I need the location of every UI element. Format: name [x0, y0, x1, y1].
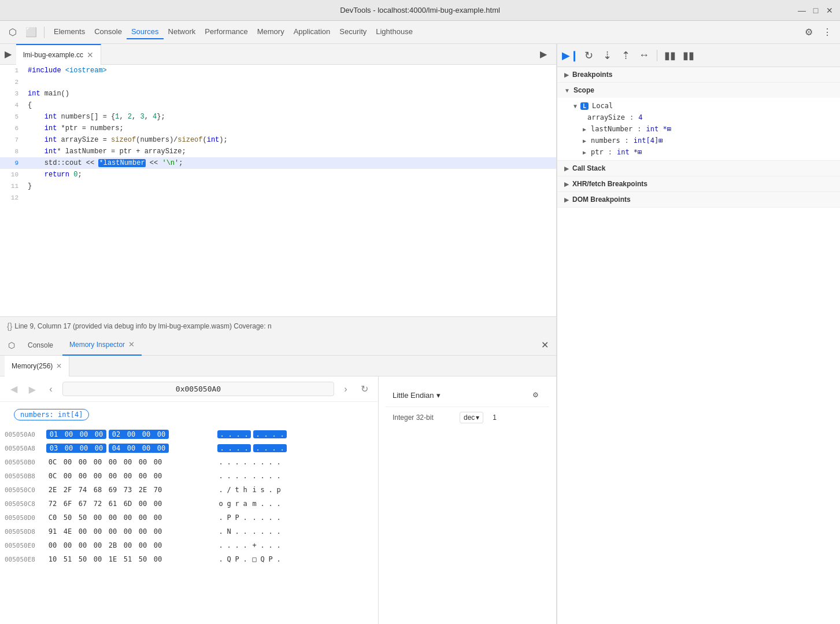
call-stack-header[interactable]: ▶ Call Stack — [557, 161, 840, 176]
memory-char: . — [234, 458, 240, 466]
endian-select[interactable]: Little Endian ▾ — [393, 391, 441, 400]
step-out-button[interactable]: ⇡ — [617, 47, 634, 64]
tab-network[interactable]: Network — [164, 25, 201, 39]
dom-label: DOM Breakpoints — [572, 195, 631, 204]
lastnumber-value: int *⊞ — [646, 125, 671, 133]
memory-256-tab[interactable]: Memory(256) ✕ — [5, 356, 69, 376]
memory-char: . — [242, 458, 249, 466]
memory-char: . — [259, 514, 266, 522]
bottom-panel-toggle-icon[interactable]: ⬡ — [5, 338, 18, 352]
int-format-select[interactable]: dec ▾ — [460, 412, 483, 423]
tab-sources[interactable]: Sources — [127, 25, 164, 39]
memory-char: . — [217, 541, 224, 549]
tab-application[interactable]: Application — [289, 25, 335, 39]
memory-char: . — [251, 458, 258, 466]
memory-tab-close[interactable]: ✕ — [56, 362, 62, 370]
restore-button[interactable]: □ — [811, 6, 820, 15]
memory-char: . — [234, 527, 240, 536]
lastnumber-colon: : — [637, 125, 641, 133]
tab-console[interactable]: Console — [90, 25, 127, 39]
memory-chars: ........ — [217, 472, 282, 480]
console-tab[interactable]: Console — [21, 335, 60, 356]
memory-address: 005050A0 — [5, 431, 46, 438]
chars-group-1: o g r a — [217, 500, 249, 508]
memory-prev-button[interactable]: ‹ — [44, 382, 58, 396]
step-into-button[interactable]: ⇣ — [599, 47, 615, 64]
memory-refresh-button[interactable]: ↻ — [357, 382, 371, 396]
scope-item-numbers[interactable]: ▶ numbers : int[4]⊞ — [557, 135, 840, 146]
more-files-icon[interactable]: ▶ — [535, 46, 552, 62]
memory-next-button[interactable]: › — [339, 382, 353, 396]
scope-item-arraysize[interactable]: arraySize : 4 — [557, 112, 840, 123]
memory-byte: 69 — [106, 485, 119, 494]
memory-char: h — [242, 486, 249, 494]
more-icon[interactable]: ⋮ — [819, 24, 835, 40]
memory-fwd-button[interactable]: ◀ — [25, 382, 39, 396]
scope-item-lastnumber[interactable]: ▶ lastNumber : int *⊞ — [557, 123, 840, 135]
memory-char: . — [267, 541, 274, 549]
memory-char: . — [227, 444, 234, 452]
memory-back-button[interactable]: ◀ — [7, 382, 21, 396]
line-num-7: 7 — [5, 134, 18, 146]
dom-breakpoints-header[interactable]: ▶ DOM Breakpoints — [557, 192, 840, 207]
memory-row: 005050A00100000002000000........ — [0, 427, 378, 441]
step-over-button[interactable]: ↻ — [580, 47, 597, 64]
local-item[interactable]: ▼ L Local — [557, 100, 840, 112]
xhr-header[interactable]: ▶ XHR/fetch Breakpoints — [557, 176, 840, 191]
memory-inspector-tab[interactable]: Memory Inspector ✕ — [62, 335, 142, 356]
bytes-group-1: 726F6772 — [46, 499, 104, 508]
tab-lighthouse[interactable]: Lighthouse — [371, 25, 417, 39]
memory-inspector-tab-close[interactable]: ✕ — [128, 340, 135, 349]
memory-row: 005050D0C050500000000000.PP..... — [0, 511, 378, 525]
memory-byte: 67 — [76, 499, 89, 508]
line-num-10: 10 — [5, 169, 18, 180]
bytes-group-1: 10515000 — [46, 555, 104, 564]
memory-byte: 2B — [106, 541, 119, 550]
responsive-icon[interactable]: ⬜ — [23, 24, 39, 40]
call-stack-chevron-icon: ▶ — [564, 165, 569, 172]
tab-elements[interactable]: Elements — [49, 25, 90, 39]
chars-group-2: .... — [251, 527, 282, 536]
cursor-icon[interactable]: ⬡ — [5, 24, 21, 40]
scope-chevron-icon: ▼ — [564, 87, 570, 94]
step-button[interactable]: ↔ — [636, 47, 652, 64]
memory-char: / — [225, 486, 232, 494]
scope-section: ▼ Scope ▼ L Local arraySize : 4 — [557, 83, 840, 161]
resume-button[interactable]: ▶❙ — [562, 47, 578, 64]
endian-settings-button[interactable]: ⚙ — [528, 388, 542, 402]
tab-memory[interactable]: Memory — [253, 25, 289, 39]
memory-byte: 00 — [76, 541, 89, 550]
memory-char: . — [235, 430, 242, 438]
memory-address: 005050A8 — [5, 445, 46, 452]
deactivate-breakpoints-button[interactable]: ▮▮ — [662, 47, 678, 64]
breakpoints-header[interactable]: ▶ Breakpoints — [557, 67, 840, 82]
memory-byte: 2F — [61, 485, 74, 494]
tab-security[interactable]: Security — [335, 25, 371, 39]
scope-header[interactable]: ▼ Scope — [557, 83, 840, 98]
line-num-9: 9 — [5, 157, 18, 169]
close-bottom-panel-button[interactable]: ✕ — [538, 338, 552, 352]
sidebar-toggle-icon[interactable]: ▶ — [0, 46, 16, 62]
memory-byte: 02 — [110, 430, 123, 439]
memory-char: . — [217, 555, 224, 563]
file-tab-close[interactable]: ✕ — [87, 51, 94, 59]
bottom-panel-wrapper: ⬡ Console Memory Inspector ✕ ✕ Memory(25… — [0, 335, 556, 624]
tab-performance[interactable]: Performance — [200, 25, 252, 39]
code-content-7: int arraySize = sizeof(numbers)/sizeof(i… — [28, 134, 228, 146]
settings-icon[interactable]: ⚙ — [801, 24, 817, 40]
close-button[interactable]: ✕ — [825, 6, 834, 15]
memory-table[interactable]: 005050A00100000002000000........005050A8… — [0, 427, 378, 624]
file-tab[interactable]: lmi-bug-example.cc ✕ — [16, 44, 101, 65]
bytes-group-1: 0C000000 — [46, 457, 104, 467]
memory-bytes: 726F6772616D0000 — [46, 499, 208, 508]
memory-char: Q — [259, 555, 266, 563]
minimize-button[interactable]: — — [797, 6, 806, 15]
code-area[interactable]: 1 #include <iostream> 2 3 int main() 4 { — [0, 65, 556, 316]
scope-item-ptr[interactable]: ▶ ptr : int *⊞ — [557, 146, 840, 158]
code-content-8: int* lastNumber = ptr + arraySize; — [28, 146, 186, 157]
memory-address-input[interactable] — [62, 382, 334, 396]
memory-char: . — [235, 444, 242, 452]
pause-exceptions-button[interactable]: ▮▮ — [680, 47, 697, 64]
chars-group-2: .... — [253, 444, 287, 452]
local-badge: L — [580, 102, 589, 110]
